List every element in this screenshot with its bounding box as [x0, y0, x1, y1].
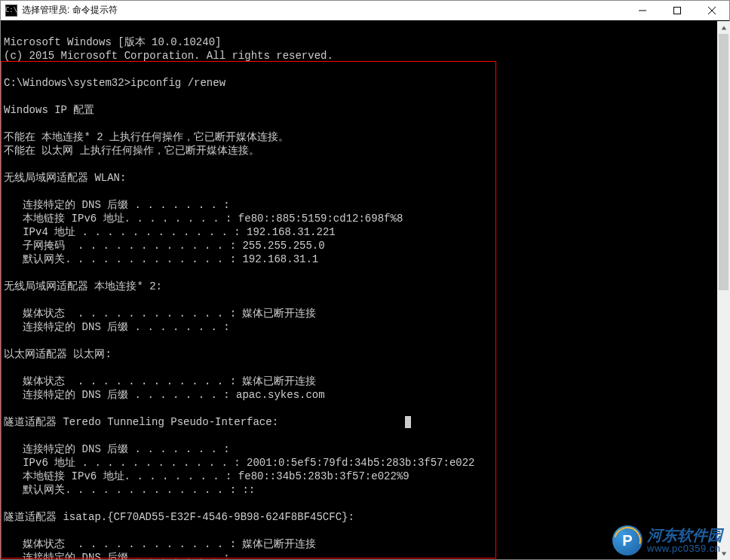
- scrollbar-thumb[interactable]: [719, 34, 728, 290]
- copyright-line: (c) 2015 Microsoft Corporation. All righ…: [4, 50, 333, 62]
- command-line: C:\Windows\system32>ipconfig /renew: [4, 77, 225, 89]
- teredo-link-local: 本地链接 IPv6 地址. . . . . . . . : fe80::34b5…: [4, 470, 409, 482]
- window-title: 选择管理员: 命令提示符: [22, 4, 118, 17]
- scrollbar-up-button[interactable]: [717, 21, 730, 34]
- isatap-dns-suffix: 连接特定的 DNS 后缀 . . . . . . . :: [4, 552, 230, 559]
- teredo-header: 隧道适配器 Teredo Tunneling Pseudo-Interface:: [4, 416, 411, 428]
- ip-config-title: Windows IP 配置: [4, 104, 94, 116]
- svg-marker-4: [721, 26, 725, 29]
- close-button[interactable]: [695, 1, 729, 20]
- wlan-ipv4: IPv4 地址 . . . . . . . . . . . . : 192.16…: [4, 226, 336, 238]
- version-line: Microsoft Windows [版本 10.0.10240]: [4, 36, 221, 48]
- local2-dns-suffix: 连接特定的 DNS 后缀 . . . . . . . :: [4, 321, 230, 333]
- error-local2: 不能在 本地连接* 2 上执行任何操作，它已断开媒体连接。: [4, 131, 289, 143]
- scrollbar-down-button[interactable]: [717, 547, 730, 560]
- vertical-scrollbar[interactable]: [717, 21, 730, 560]
- isatap-media: 媒体状态 . . . . . . . . . . . . : 媒体已断开连接: [4, 538, 316, 550]
- local2-media: 媒体状态 . . . . . . . . . . . . : 媒体已断开连接: [4, 308, 316, 320]
- teredo-ipv6: IPv6 地址 . . . . . . . . . . . . : 2001:0…: [4, 457, 475, 469]
- wlan-dns-suffix: 连接特定的 DNS 后缀 . . . . . . . :: [4, 199, 230, 211]
- cmd-icon: C:\: [5, 5, 17, 17]
- wlan-subnet: 子网掩码 . . . . . . . . . . . . : 255.255.2…: [4, 240, 325, 252]
- scrollbar-track[interactable]: [717, 34, 730, 547]
- text-cursor: [405, 416, 411, 428]
- svg-rect-1: [674, 7, 681, 14]
- ethernet-header: 以太网适配器 以太网:: [4, 348, 112, 360]
- window-controls: [625, 1, 729, 20]
- teredo-gateway: 默认网关. . . . . . . . . . . . . : ::: [4, 484, 255, 496]
- wlan-gateway: 默认网关. . . . . . . . . . . . . : 192.168.…: [4, 253, 318, 265]
- ethernet-media: 媒体状态 . . . . . . . . . . . . : 媒体已断开连接: [4, 375, 316, 387]
- local2-header: 无线局域网适配器 本地连接* 2:: [4, 280, 162, 292]
- isatap-header: 隧道适配器 isatap.{CF70AD55-E32F-4546-9B98-62…: [4, 511, 354, 523]
- maximize-button[interactable]: [660, 1, 695, 20]
- titlebar[interactable]: C:\ 选择管理员: 命令提示符: [1, 1, 729, 20]
- minimize-button[interactable]: [625, 1, 660, 20]
- teredo-dns-suffix: 连接特定的 DNS 后缀 . . . . . . . :: [4, 443, 230, 455]
- svg-marker-5: [721, 552, 725, 555]
- ethernet-dns-suffix: 连接特定的 DNS 后缀 . . . . . . . : apac.sykes.…: [4, 389, 325, 401]
- cmd-window: C:\ 选择管理员: 命令提示符 Microsoft Windows [版本 1…: [0, 0, 730, 560]
- wlan-link-local: 本地链接 IPv6 地址. . . . . . . . : fe80::885:…: [4, 213, 403, 225]
- wlan-header: 无线局域网适配器 WLAN:: [4, 172, 126, 184]
- error-ethernet: 不能在 以太网 上执行任何操作，它已断开媒体连接。: [4, 145, 259, 157]
- console-output[interactable]: Microsoft Windows [版本 10.0.10240] (c) 20…: [1, 20, 729, 559]
